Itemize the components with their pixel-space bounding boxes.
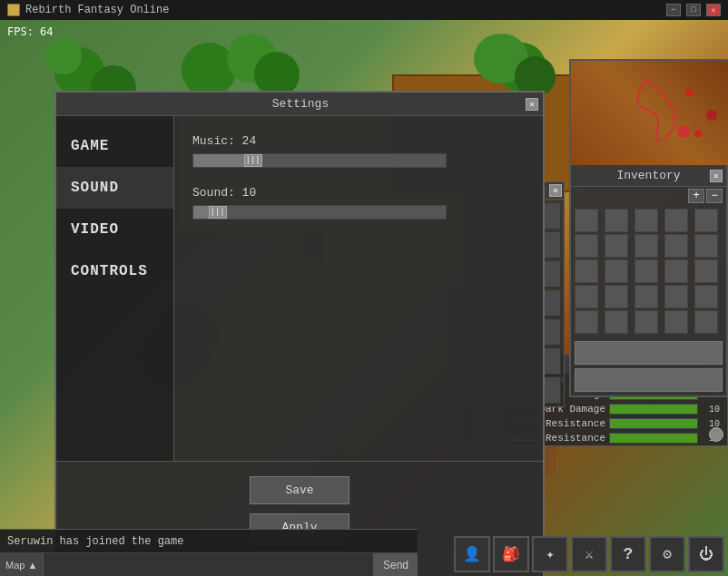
inventory-title: Inventory <box>616 169 680 182</box>
stat-bar-3 <box>609 418 698 429</box>
inv-slot-19[interactable] <box>694 285 718 308</box>
settings-title: Settings <box>272 97 329 111</box>
inv-bottom-slot-1[interactable] <box>575 341 723 365</box>
inv-slot-4[interactable] <box>694 209 718 232</box>
stats-toggle[interactable] <box>709 427 723 442</box>
inventory-zoom-in-button[interactable]: + <box>688 189 704 203</box>
inventory-zoom-out-button[interactable]: − <box>706 189 723 203</box>
inv-slot-17[interactable] <box>635 285 658 308</box>
sound-slider-thumb[interactable]: ||| <box>209 206 227 219</box>
svg-point-2 <box>694 130 702 137</box>
svg-point-0 <box>685 89 693 96</box>
settings-content: Music: 24 ||| Sound: 10 ||| <box>174 116 543 461</box>
action-help-button[interactable]: ? <box>610 536 646 572</box>
chat-message: Seruwin has joined the game <box>0 530 418 552</box>
map-chevron-icon: ▲ <box>27 560 37 571</box>
inv-slot-20[interactable] <box>575 310 598 334</box>
inv-slot-11[interactable] <box>605 259 628 283</box>
settings-window: Settings ✕ GAME SOUND VIDEO CONTROLS Mus… <box>54 91 545 576</box>
minimize-button[interactable]: − <box>666 4 681 16</box>
inv-slot-18[interactable] <box>664 285 688 308</box>
inv-slot-24[interactable] <box>694 310 718 334</box>
inventory-header: Inventory ✕ <box>571 165 726 187</box>
action-character-button[interactable]: 👤 <box>454 536 490 572</box>
chat-input-row: Map ▲ Send <box>0 552 418 576</box>
sound-slider-track[interactable]: ||| <box>192 205 447 220</box>
inv-bottom-slots <box>571 337 726 395</box>
stat-bar-2 <box>609 404 698 415</box>
stat-bar-fill-3 <box>610 419 697 428</box>
map-btn-label: Map <box>5 560 25 571</box>
settings-nav-controls[interactable]: CONTROLS <box>56 250 173 292</box>
map-drawing <box>571 61 728 165</box>
inv-slot-1[interactable] <box>605 209 628 232</box>
music-slider-group: Music: 24 ||| <box>192 134 525 168</box>
inv-slot-8[interactable] <box>664 234 688 258</box>
inv-slot-14[interactable] <box>694 259 718 283</box>
music-label: Music: 24 <box>192 134 525 148</box>
settings-nav-video[interactable]: VIDEO <box>56 209 173 250</box>
inv-slot-21[interactable] <box>605 310 628 334</box>
inv-slot-9[interactable] <box>694 234 718 258</box>
window-controls: − □ ✕ <box>666 4 721 16</box>
inventory-controls: + − <box>571 187 726 205</box>
inventory-close-button[interactable]: ✕ <box>710 170 723 182</box>
settings-body: GAME SOUND VIDEO CONTROLS Music: 24 ||| … <box>56 116 543 461</box>
inv-slot-6[interactable] <box>605 234 628 258</box>
maximize-button[interactable]: □ <box>686 4 701 16</box>
action-bag-button[interactable]: 🎒 <box>493 536 529 572</box>
settings-nav-sound[interactable]: SOUND <box>56 167 173 209</box>
app-title: Rebirth Fantasy Online <box>25 4 666 16</box>
chat-input[interactable] <box>44 553 373 576</box>
map-button[interactable]: Map ▲ <box>0 553 44 576</box>
stat-bar-fill-4 <box>610 434 697 443</box>
inv-slot-22[interactable] <box>635 310 658 334</box>
sound-label: Sound: 10 <box>192 186 525 200</box>
action-bar: 👤 🎒 ✦ ⚔ ? ⚙ ⏻ <box>454 536 724 572</box>
inv-slot-16[interactable] <box>605 285 628 308</box>
inventory-panel: Inventory ✕ + − <box>569 59 728 397</box>
music-slider-track[interactable]: ||| <box>192 153 447 168</box>
action-skills-button[interactable]: ⚔ <box>571 536 607 572</box>
inventory-grid <box>571 205 726 337</box>
send-button[interactable]: Send <box>373 553 418 576</box>
inv-slot-12[interactable] <box>635 259 658 283</box>
mini-map <box>571 61 728 165</box>
send-label: Send <box>383 559 408 571</box>
sound-slider-group: Sound: 10 ||| <box>192 186 525 220</box>
fps-counter: FPS: 64 <box>7 25 54 38</box>
settings-header: Settings ✕ <box>56 93 543 116</box>
inv-bottom-slot-2[interactable] <box>575 368 723 392</box>
char-panel-close[interactable]: ✕ <box>549 184 562 197</box>
close-button[interactable]: ✕ <box>706 4 721 16</box>
chat-bar: Seruwin has joined the game Map ▲ Send <box>0 529 418 576</box>
title-bar: Rebirth Fantasy Online − □ ✕ <box>0 0 728 20</box>
action-settings-button[interactable]: ⚙ <box>649 536 685 572</box>
settings-save-button[interactable]: Save <box>250 476 349 504</box>
inv-slot-2[interactable] <box>635 209 658 232</box>
tree-2 <box>45 38 82 74</box>
inv-slot-3[interactable] <box>664 209 688 232</box>
inv-slot-10[interactable] <box>575 259 598 283</box>
stat-bar-fill-2 <box>610 405 697 414</box>
action-power-button[interactable]: ⏻ <box>688 536 724 572</box>
svg-point-1 <box>706 110 717 121</box>
inv-slot-15[interactable] <box>575 285 598 308</box>
settings-nav-game[interactable]: GAME <box>56 125 173 167</box>
stat-bar-4 <box>609 433 698 444</box>
music-slider-thumb[interactable]: ||| <box>244 154 262 167</box>
settings-close-button[interactable]: ✕ <box>526 98 538 111</box>
inv-slot-13[interactable] <box>664 259 688 283</box>
inv-slot-5[interactable] <box>575 234 598 258</box>
inv-slot-0[interactable] <box>575 209 598 232</box>
svg-rect-3 <box>678 126 689 137</box>
app-icon <box>7 4 20 16</box>
inv-slot-7[interactable] <box>635 234 658 258</box>
action-magic-button[interactable]: ✦ <box>532 536 568 572</box>
settings-nav: GAME SOUND VIDEO CONTROLS <box>56 116 174 461</box>
inv-slot-23[interactable] <box>664 310 688 334</box>
stat-value-2: 10 <box>702 405 720 415</box>
